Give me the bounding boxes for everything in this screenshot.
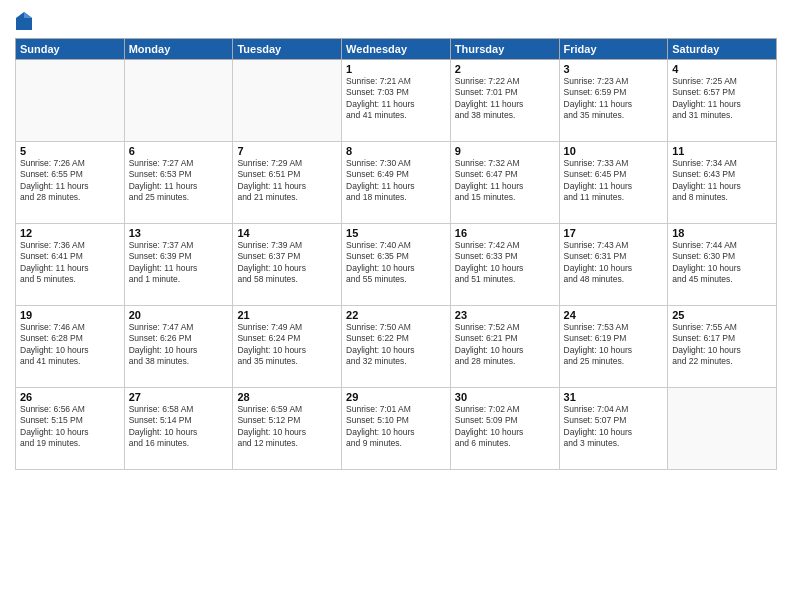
day-info: Sunrise: 7:47 AM Sunset: 6:26 PM Dayligh… — [129, 322, 229, 368]
day-number: 26 — [20, 391, 120, 403]
day-info: Sunrise: 7:37 AM Sunset: 6:39 PM Dayligh… — [129, 240, 229, 286]
day-info: Sunrise: 7:34 AM Sunset: 6:43 PM Dayligh… — [672, 158, 772, 204]
calendar-cell: 12Sunrise: 7:36 AM Sunset: 6:41 PM Dayli… — [16, 224, 125, 306]
calendar-cell: 25Sunrise: 7:55 AM Sunset: 6:17 PM Dayli… — [668, 306, 777, 388]
weekday-header-sunday: Sunday — [16, 39, 125, 60]
day-number: 5 — [20, 145, 120, 157]
logo-icon — [15, 10, 33, 32]
day-info: Sunrise: 7:40 AM Sunset: 6:35 PM Dayligh… — [346, 240, 446, 286]
svg-marker-1 — [24, 12, 32, 18]
day-number: 11 — [672, 145, 772, 157]
day-info: Sunrise: 7:43 AM Sunset: 6:31 PM Dayligh… — [564, 240, 664, 286]
calendar-cell: 29Sunrise: 7:01 AM Sunset: 5:10 PM Dayli… — [342, 388, 451, 470]
calendar-week-3: 12Sunrise: 7:36 AM Sunset: 6:41 PM Dayli… — [16, 224, 777, 306]
day-number: 30 — [455, 391, 555, 403]
day-number: 19 — [20, 309, 120, 321]
day-info: Sunrise: 7:32 AM Sunset: 6:47 PM Dayligh… — [455, 158, 555, 204]
calendar-cell: 16Sunrise: 7:42 AM Sunset: 6:33 PM Dayli… — [450, 224, 559, 306]
calendar-cell: 4Sunrise: 7:25 AM Sunset: 6:57 PM Daylig… — [668, 60, 777, 142]
day-number: 24 — [564, 309, 664, 321]
day-info: Sunrise: 7:21 AM Sunset: 7:03 PM Dayligh… — [346, 76, 446, 122]
calendar-cell: 6Sunrise: 7:27 AM Sunset: 6:53 PM Daylig… — [124, 142, 233, 224]
calendar-cell: 19Sunrise: 7:46 AM Sunset: 6:28 PM Dayli… — [16, 306, 125, 388]
day-number: 23 — [455, 309, 555, 321]
day-number: 22 — [346, 309, 446, 321]
calendar-cell: 13Sunrise: 7:37 AM Sunset: 6:39 PM Dayli… — [124, 224, 233, 306]
day-info: Sunrise: 7:30 AM Sunset: 6:49 PM Dayligh… — [346, 158, 446, 204]
calendar-cell: 3Sunrise: 7:23 AM Sunset: 6:59 PM Daylig… — [559, 60, 668, 142]
header — [15, 10, 777, 32]
day-number: 1 — [346, 63, 446, 75]
day-info: Sunrise: 7:52 AM Sunset: 6:21 PM Dayligh… — [455, 322, 555, 368]
day-number: 16 — [455, 227, 555, 239]
calendar-cell — [668, 388, 777, 470]
calendar-cell: 21Sunrise: 7:49 AM Sunset: 6:24 PM Dayli… — [233, 306, 342, 388]
day-number: 2 — [455, 63, 555, 75]
calendar-week-1: 1Sunrise: 7:21 AM Sunset: 7:03 PM Daylig… — [16, 60, 777, 142]
day-info: Sunrise: 6:58 AM Sunset: 5:14 PM Dayligh… — [129, 404, 229, 450]
day-info: Sunrise: 7:04 AM Sunset: 5:07 PM Dayligh… — [564, 404, 664, 450]
calendar-cell: 11Sunrise: 7:34 AM Sunset: 6:43 PM Dayli… — [668, 142, 777, 224]
calendar-cell: 28Sunrise: 6:59 AM Sunset: 5:12 PM Dayli… — [233, 388, 342, 470]
calendar-cell — [233, 60, 342, 142]
calendar-cell: 23Sunrise: 7:52 AM Sunset: 6:21 PM Dayli… — [450, 306, 559, 388]
page: SundayMondayTuesdayWednesdayThursdayFrid… — [0, 0, 792, 612]
calendar-week-4: 19Sunrise: 7:46 AM Sunset: 6:28 PM Dayli… — [16, 306, 777, 388]
weekday-header-tuesday: Tuesday — [233, 39, 342, 60]
calendar-cell: 10Sunrise: 7:33 AM Sunset: 6:45 PM Dayli… — [559, 142, 668, 224]
day-number: 8 — [346, 145, 446, 157]
calendar-cell: 26Sunrise: 6:56 AM Sunset: 5:15 PM Dayli… — [16, 388, 125, 470]
day-info: Sunrise: 7:39 AM Sunset: 6:37 PM Dayligh… — [237, 240, 337, 286]
day-number: 17 — [564, 227, 664, 239]
calendar-week-5: 26Sunrise: 6:56 AM Sunset: 5:15 PM Dayli… — [16, 388, 777, 470]
calendar-header: SundayMondayTuesdayWednesdayThursdayFrid… — [16, 39, 777, 60]
weekday-header-monday: Monday — [124, 39, 233, 60]
day-info: Sunrise: 7:49 AM Sunset: 6:24 PM Dayligh… — [237, 322, 337, 368]
day-info: Sunrise: 7:55 AM Sunset: 6:17 PM Dayligh… — [672, 322, 772, 368]
day-number: 28 — [237, 391, 337, 403]
calendar-week-2: 5Sunrise: 7:26 AM Sunset: 6:55 PM Daylig… — [16, 142, 777, 224]
logo — [15, 10, 35, 32]
calendar-cell: 1Sunrise: 7:21 AM Sunset: 7:03 PM Daylig… — [342, 60, 451, 142]
calendar-cell: 31Sunrise: 7:04 AM Sunset: 5:07 PM Dayli… — [559, 388, 668, 470]
calendar-cell: 24Sunrise: 7:53 AM Sunset: 6:19 PM Dayli… — [559, 306, 668, 388]
day-info: Sunrise: 7:53 AM Sunset: 6:19 PM Dayligh… — [564, 322, 664, 368]
day-number: 29 — [346, 391, 446, 403]
calendar-cell: 15Sunrise: 7:40 AM Sunset: 6:35 PM Dayli… — [342, 224, 451, 306]
day-number: 31 — [564, 391, 664, 403]
calendar-cell — [16, 60, 125, 142]
calendar-cell: 2Sunrise: 7:22 AM Sunset: 7:01 PM Daylig… — [450, 60, 559, 142]
day-info: Sunrise: 7:46 AM Sunset: 6:28 PM Dayligh… — [20, 322, 120, 368]
weekday-header-friday: Friday — [559, 39, 668, 60]
day-info: Sunrise: 7:23 AM Sunset: 6:59 PM Dayligh… — [564, 76, 664, 122]
calendar-cell: 18Sunrise: 7:44 AM Sunset: 6:30 PM Dayli… — [668, 224, 777, 306]
calendar-cell: 30Sunrise: 7:02 AM Sunset: 5:09 PM Dayli… — [450, 388, 559, 470]
day-info: Sunrise: 7:44 AM Sunset: 6:30 PM Dayligh… — [672, 240, 772, 286]
day-number: 14 — [237, 227, 337, 239]
day-number: 6 — [129, 145, 229, 157]
day-number: 25 — [672, 309, 772, 321]
weekday-header-saturday: Saturday — [668, 39, 777, 60]
calendar-body: 1Sunrise: 7:21 AM Sunset: 7:03 PM Daylig… — [16, 60, 777, 470]
day-number: 3 — [564, 63, 664, 75]
day-number: 9 — [455, 145, 555, 157]
day-number: 10 — [564, 145, 664, 157]
day-number: 21 — [237, 309, 337, 321]
weekday-header-wednesday: Wednesday — [342, 39, 451, 60]
day-info: Sunrise: 7:33 AM Sunset: 6:45 PM Dayligh… — [564, 158, 664, 204]
day-info: Sunrise: 7:26 AM Sunset: 6:55 PM Dayligh… — [20, 158, 120, 204]
day-info: Sunrise: 7:02 AM Sunset: 5:09 PM Dayligh… — [455, 404, 555, 450]
day-number: 12 — [20, 227, 120, 239]
day-info: Sunrise: 6:59 AM Sunset: 5:12 PM Dayligh… — [237, 404, 337, 450]
calendar-cell: 8Sunrise: 7:30 AM Sunset: 6:49 PM Daylig… — [342, 142, 451, 224]
day-number: 18 — [672, 227, 772, 239]
day-info: Sunrise: 7:42 AM Sunset: 6:33 PM Dayligh… — [455, 240, 555, 286]
day-info: Sunrise: 7:01 AM Sunset: 5:10 PM Dayligh… — [346, 404, 446, 450]
day-info: Sunrise: 7:22 AM Sunset: 7:01 PM Dayligh… — [455, 76, 555, 122]
day-info: Sunrise: 7:50 AM Sunset: 6:22 PM Dayligh… — [346, 322, 446, 368]
day-info: Sunrise: 7:27 AM Sunset: 6:53 PM Dayligh… — [129, 158, 229, 204]
calendar-cell: 27Sunrise: 6:58 AM Sunset: 5:14 PM Dayli… — [124, 388, 233, 470]
day-number: 27 — [129, 391, 229, 403]
weekday-header-thursday: Thursday — [450, 39, 559, 60]
calendar-cell — [124, 60, 233, 142]
